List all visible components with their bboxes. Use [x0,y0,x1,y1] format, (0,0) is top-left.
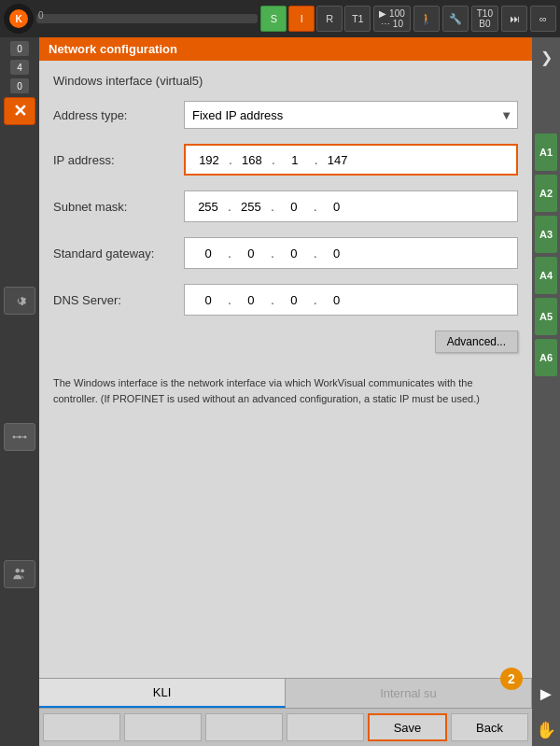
sidebar-num-0b: 0 [10,78,29,93]
right-sidebar: ❯ A1 A2 A3 A4 A5 A6 ► ✋ [532,37,560,746]
dns-seg2[interactable] [233,293,269,307]
ip-seg4[interactable] [320,153,356,167]
tool-button[interactable]: 🔧 [442,6,469,32]
gw-seg4[interactable] [319,246,355,260]
ip-dot-1: . [227,152,234,167]
save-button[interactable]: Save [368,713,447,741]
gw-seg3[interactable] [276,246,312,260]
walk-button[interactable]: 🚶 [413,6,440,32]
sub-seg4[interactable] [319,200,355,214]
subnet-mask-control: . . . [184,190,518,222]
gw-dot-2: . [269,246,276,260]
progress-bar: 0 [36,14,258,23]
svg-point-7 [16,569,21,573]
action-btn-1[interactable] [43,713,120,741]
sidebar-num-0: 0 [10,41,29,56]
gw-dot-3: . [312,246,319,260]
dns-seg4[interactable] [319,293,355,307]
dns-dot-3: . [312,292,319,307]
dns-seg3[interactable] [276,293,312,307]
svg-point-2 [19,436,21,439]
action-btn-4[interactable] [287,713,364,741]
svg-point-3 [13,436,16,439]
inf-button[interactable]: ∞ [530,6,556,32]
advanced-button[interactable]: Advanced... [435,331,518,353]
tab-badge: 2 [500,668,523,690]
ip-seg2[interactable] [234,153,270,167]
skip-button[interactable]: ⏭ [501,6,527,32]
network-config-body: Windows interface (virtual5) Address typ… [39,61,532,678]
s-button[interactable]: S [260,6,287,32]
gw-dot-1: . [226,246,233,260]
gateway-label: Standard gateway: [53,246,184,260]
dns-dot-1: . [226,292,233,307]
address-type-label: Address type: [53,108,184,122]
address-type-row: Address type: Fixed IP address ▼ [53,101,518,129]
gw-seg2[interactable] [233,246,269,260]
sub-dot-2: . [269,199,276,214]
tab-internal[interactable]: Internal su [286,679,532,708]
sub-seg1[interactable] [190,200,226,214]
svg-text:K: K [15,14,22,24]
subnet-input-group: . . . [184,190,518,222]
dns-control: . . . [184,284,518,316]
ip-address-row: IP address: . . . [53,144,518,176]
r-button[interactable]: R [316,6,343,32]
action-btn-2[interactable] [124,713,202,741]
a3-button[interactable]: A3 [535,216,557,253]
ip-seg3[interactable] [277,153,313,167]
svg-point-4 [24,436,27,439]
main-content: Network configuration Windows interface … [39,37,532,746]
a5-button[interactable]: A5 [535,298,557,335]
ip-dot-3: . [313,152,320,167]
dns-dot-2: . [269,292,276,307]
sub-dot-3: . [312,199,319,214]
right-arrow-up[interactable]: ❯ [540,49,553,66]
a1-button[interactable]: A1 [535,134,557,171]
hand-icon[interactable]: ✋ [536,720,556,740]
dns-row: DNS Server: . . . [53,284,518,316]
ip-dot-2: . [270,152,277,167]
gw-seg1[interactable] [190,246,226,260]
mode-buttons: S I R T1 [260,6,371,32]
sub-dot-1: . [226,199,233,214]
ip-address-label: IP address: [53,153,184,167]
sub-seg3[interactable] [276,200,312,214]
tab-kli[interactable]: KLI [39,679,286,708]
dns-seg1[interactable] [190,293,226,307]
bottom-actions: Save Back [39,708,532,746]
progress-value: 0 [38,10,44,21]
network-config-header: Network configuration [39,37,532,61]
left-sidebar: 0 4 0 ✕ [0,37,39,746]
close-button[interactable]: ✕ [4,97,35,125]
gateway-row: Standard gateway: . . . [53,237,518,269]
nav-right-icon[interactable]: ► [537,683,555,705]
a6-button[interactable]: A6 [535,339,557,376]
run-button[interactable]: ▶ 100⋯ 10 [373,6,410,32]
action-btn-3[interactable] [205,713,283,741]
dns-input-group: . . . [184,284,518,316]
t1-button[interactable]: T1 [344,6,371,32]
sub-seg2[interactable] [233,200,269,214]
ip-seg1[interactable] [191,153,227,167]
t10b0-button[interactable]: T10B0 [471,6,498,32]
bottom-tabs: KLI Internal su 2 [39,678,532,708]
gear-button[interactable] [4,287,35,315]
address-type-control: Fixed IP address ▼ [184,101,518,129]
top-bar: K 0 S I R T1 ▶ 100⋯ 10 🚶 🔧 T10B0 ⏭ ∞ [0,0,560,37]
subnet-mask-label: Subnet mask: [53,200,184,214]
dns-label: DNS Server: [53,293,184,307]
a2-button[interactable]: A2 [535,175,557,212]
help-text: The Windows interface is the network int… [53,375,518,406]
section-title: Windows interface (virtual5) [53,74,518,88]
svg-point-8 [21,569,24,572]
address-type-select[interactable]: Fixed IP address [184,101,518,129]
sidebar-num-4: 4 [10,60,29,75]
back-button[interactable]: Back [451,713,528,741]
i-button[interactable]: I [288,6,315,32]
gateway-control: . . . [184,237,518,269]
users-button[interactable] [4,560,35,588]
a4-button[interactable]: A4 [535,257,557,294]
ip-address-control: . . . [184,144,518,176]
network-button[interactable] [4,423,35,451]
